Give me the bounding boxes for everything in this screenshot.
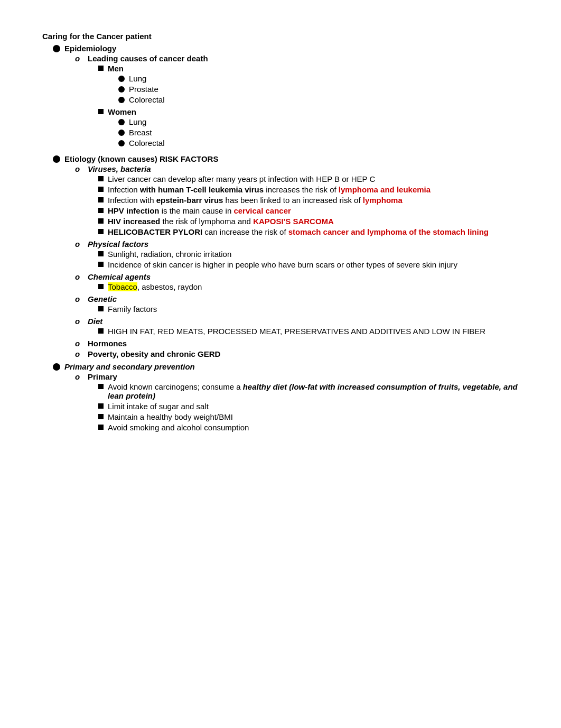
smoking-text: Avoid smoking and alcohol consumption xyxy=(108,423,529,432)
list-item-liver-cancer: Liver cancer can develop after many year… xyxy=(98,174,529,183)
list-item-tobacco: Tobacco, asbestos, raydon xyxy=(98,282,529,291)
bullet-epidemiology xyxy=(53,45,60,52)
etiology-label: Etiology (known causes) RISK FACTORS xyxy=(64,154,218,163)
list-item-men: Men Lung Prostate xyxy=(98,64,529,106)
list-item-etiology: Etiology (known causes) RISK FACTORS o V… xyxy=(53,154,529,360)
epidemiology-label: Epidemiology xyxy=(64,44,116,53)
poverty-label: Poverty, obesity and chronic GERD xyxy=(88,349,220,358)
prevention-label: Primary and secondary prevention xyxy=(64,362,195,371)
bullet-sq-sugar xyxy=(98,403,104,409)
breast-label: Breast xyxy=(129,128,529,137)
bullet-prostate xyxy=(118,86,125,93)
list-item-smoking: Avoid smoking and alcohol consumption xyxy=(98,423,529,432)
bullet-lung-men xyxy=(118,76,125,82)
bullet-sq-hiv xyxy=(98,218,104,224)
list-item-colorectal-men: Colorectal xyxy=(118,95,529,104)
colorectal-men-label: Colorectal xyxy=(129,95,529,104)
list-item-prostate: Prostate xyxy=(118,85,529,94)
genetic-label: Genetic xyxy=(88,294,117,303)
bullet-colorectal-men xyxy=(118,97,125,103)
bullet-sq-epstein xyxy=(98,197,104,202)
carcinogens-text: Avoid known carcinogens; consume a healt… xyxy=(108,382,529,400)
lung-women-label: Lung xyxy=(129,117,529,126)
bullet-sq-highfat xyxy=(98,328,104,334)
helicobacter-text: HELICOBACTER PYLORI can increase the ris… xyxy=(108,227,529,236)
bullet-lung-women xyxy=(118,119,125,125)
tobacco-text: Tobacco, asbestos, raydon xyxy=(108,282,529,291)
hiv-text: HIV increased the risk of lymphoma and K… xyxy=(108,217,529,226)
list-item-body-weight: Maintain a healthy body weight/BMI xyxy=(98,412,529,421)
list-item-poverty: o Poverty, obesity and chronic GERD xyxy=(75,349,529,358)
list-item-women: Women Lung Breast xyxy=(98,107,529,149)
list-item-genetic: o Genetic Family factors xyxy=(75,294,529,315)
hormones-section: Hormones xyxy=(88,339,529,348)
bullet-sq-liver xyxy=(98,176,104,181)
bullet-etiology xyxy=(53,155,60,163)
prostate-label: Prostate xyxy=(129,85,529,94)
bullet-prevention xyxy=(53,363,60,371)
etiology-section: Etiology (known causes) RISK FACTORS o V… xyxy=(64,154,529,360)
diet-section: Diet HIGH IN FAT, RED MEATS, PROCESSED M… xyxy=(88,317,529,337)
tcell-text: Infection with human T-cell leukemia vir… xyxy=(108,185,529,194)
women-label: Women xyxy=(108,107,136,116)
list-item-hiv: HIV increased the risk of lymphoma and K… xyxy=(98,217,529,226)
list-item-tcell: Infection with human T-cell leukemia vir… xyxy=(98,185,529,194)
bullet-o-hormones: o xyxy=(75,339,83,348)
list-item-lung-women: Lung xyxy=(118,117,529,126)
bullet-sq-helicobacter xyxy=(98,229,104,234)
bullet-o-diet: o xyxy=(75,317,83,326)
bullet-sq-sunlight xyxy=(98,251,104,256)
bullet-sq-tobacco xyxy=(98,284,104,289)
list-item-epidemiology: Epidemiology o Leading causes of cancer … xyxy=(53,44,529,152)
list-item-sunlight: Sunlight, radiation, chronic irritation xyxy=(98,250,529,259)
bullet-sq-family xyxy=(98,306,104,311)
primary-label: Primary xyxy=(88,372,117,381)
list-item-high-fat: HIGH IN FAT, RED MEATS, PROCESSED MEAT, … xyxy=(98,327,529,336)
high-fat-text: HIGH IN FAT, RED MEATS, PROCESSED MEAT, … xyxy=(108,327,529,336)
bullet-sq-smoking xyxy=(98,425,104,430)
bullet-breast xyxy=(118,130,125,136)
bullet-o-primary: o xyxy=(75,372,83,381)
list-item-helicobacter: HELICOBACTER PYLORI can increase the ris… xyxy=(98,227,529,236)
physical-section: Physical factors Sunlight, radiation, ch… xyxy=(88,239,529,271)
list-item-hormones: o Hormones xyxy=(75,339,529,348)
list-item-limit-sugar: Limit intake of sugar and salt xyxy=(98,402,529,411)
bullet-sq-hpv xyxy=(98,208,104,213)
liver-cancer-text: Liver cancer can develop after many year… xyxy=(108,174,529,183)
list-item-leading-causes: o Leading causes of cancer death Men xyxy=(75,54,529,151)
list-item-primary: o Primary Avoid known carcinogens; consu… xyxy=(75,372,529,434)
chemical-label: Chemical agents xyxy=(88,272,151,281)
list-item-chemical: o Chemical agents Tobacco, asbestos, ray… xyxy=(75,272,529,293)
men-label: Men xyxy=(108,64,124,73)
bullet-sq-men xyxy=(98,66,104,71)
list-item-hpv: HPV infection is the main cause in cervi… xyxy=(98,206,529,215)
chemical-section: Chemical agents Tobacco, asbestos, raydo… xyxy=(88,272,529,293)
list-item-breast: Breast xyxy=(118,128,529,137)
bullet-sq-skin xyxy=(98,262,104,267)
bullet-o-leading: o xyxy=(75,54,83,63)
lung-men-label: Lung xyxy=(129,74,529,83)
women-section: Women Lung Breast xyxy=(108,107,529,149)
bullet-colorectal-women xyxy=(118,140,125,146)
poverty-section: Poverty, obesity and chronic GERD xyxy=(88,349,529,358)
genetic-section: Genetic Family factors xyxy=(88,294,529,315)
list-item-physical: o Physical factors Sunlight, radiation, … xyxy=(75,239,529,271)
epidemiology-section: Epidemiology o Leading causes of cancer … xyxy=(64,44,529,152)
bullet-sq-carcinogens xyxy=(98,384,104,389)
sunlight-text: Sunlight, radiation, chronic irritation xyxy=(108,250,529,259)
list-item-lung-men: Lung xyxy=(118,74,529,83)
list-item-prevention: Primary and secondary prevention o Prima… xyxy=(53,362,529,435)
leading-causes-section: Leading causes of cancer death Men xyxy=(88,54,529,151)
list-item-skin-cancer: Incidence of skin cancer is higher in pe… xyxy=(98,260,529,269)
bullet-o-poverty: o xyxy=(75,349,83,358)
bullet-o-physical: o xyxy=(75,239,83,248)
family-text: Family factors xyxy=(108,305,529,314)
bullet-sq-tcell xyxy=(98,187,104,192)
bullet-o-genetic: o xyxy=(75,294,83,303)
list-item-avoid-carcinogens: Avoid known carcinogens; consume a healt… xyxy=(98,382,529,400)
bullet-o-chemical: o xyxy=(75,272,83,281)
epstein-text: Infection with epstein-barr virus has be… xyxy=(108,196,529,205)
list-item-epstein: Infection with epstein-barr virus has be… xyxy=(98,196,529,205)
men-section: Men Lung Prostate xyxy=(108,64,529,106)
prevention-section: Primary and secondary prevention o Prima… xyxy=(64,362,529,435)
